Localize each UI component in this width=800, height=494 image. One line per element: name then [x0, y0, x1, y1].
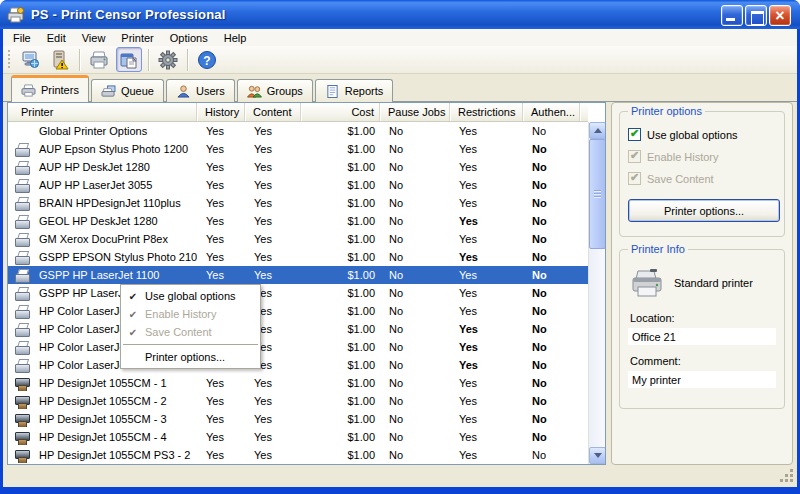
tab-users[interactable]: Users	[166, 79, 235, 102]
resize-grip[interactable]	[780, 469, 794, 483]
column-header-filler	[580, 103, 588, 121]
table-row[interactable]: GEOL HP DeskJet 1280 Yes Yes $1.00 No Ye…	[8, 212, 588, 230]
print-button[interactable]	[86, 47, 112, 72]
table-row[interactable]: HP Color LaserJet 5550 - 3 Yes Yes $1.00…	[8, 338, 588, 356]
menu-item-view[interactable]: View	[74, 30, 114, 46]
printer-name: GM Xerox DocuPrint P8ex	[39, 233, 168, 245]
checkmark-icon: ✔	[121, 309, 145, 320]
printer-type-label: Standard printer	[674, 277, 753, 289]
menu-item-help[interactable]: Help	[216, 30, 255, 46]
context-menu-item-printer-options[interactable]: Printer options...	[121, 348, 260, 366]
cell-history: Yes	[197, 179, 245, 191]
cell-history: Yes	[197, 215, 245, 227]
cell-pause: No	[380, 431, 450, 443]
table-row[interactable]: GSPP HP LaserJet 1100 - 2 Yes Yes $1.00 …	[8, 284, 588, 302]
scroll-down-button[interactable]	[589, 447, 606, 464]
cell-restrictions: Yes	[450, 215, 523, 227]
menu-item-printer[interactable]: Printer	[113, 30, 161, 46]
maximize-button[interactable]	[745, 5, 767, 26]
printer-icon	[14, 268, 30, 283]
column-header-restrictions[interactable]: Restrictions	[450, 103, 523, 121]
checkbox-label: Use global options	[647, 129, 738, 141]
cell-cost: $1.00	[301, 269, 380, 281]
print-preview-button[interactable]	[116, 47, 142, 72]
tab-reports[interactable]: Reports	[315, 79, 394, 102]
checkbox-checked-icon[interactable]	[628, 128, 641, 141]
checkbox-label: Enable History	[647, 151, 719, 163]
context-menu-item-use-global-options[interactable]: ✔Use global options	[121, 287, 260, 305]
table-row[interactable]: HP DesignJet 1055CM - 4 Yes Yes $1.00 No…	[8, 428, 588, 446]
cell-authen: No	[523, 269, 580, 281]
column-header-content[interactable]: Content	[245, 103, 301, 121]
cell-cost: $1.00	[301, 395, 380, 407]
cell-pause: No	[380, 413, 450, 425]
comment-field[interactable]	[628, 371, 776, 388]
cell-content: Yes	[245, 449, 301, 461]
cell-cost: $1.00	[301, 251, 380, 263]
cell-content: Yes	[245, 233, 301, 245]
server-warning-button[interactable]	[47, 47, 73, 72]
table-row[interactable]: HP DesignJet 1055CM PS3 - 2 Yes Yes $1.0…	[8, 446, 588, 464]
checkbox-list: Use global optionsEnable HistorySave Con…	[628, 128, 776, 185]
cell-pause: No	[380, 323, 450, 335]
checkbox-checked-icon	[628, 172, 641, 185]
table-row[interactable]: HP DesignJet 1055CM - 3 Yes Yes $1.00 No…	[8, 410, 588, 428]
cell-authen: No	[523, 125, 580, 137]
table-row[interactable]: HP Color LaserJet 5550 - 4 Yes Yes $1.00…	[8, 356, 588, 374]
checkbox-checked-icon	[628, 150, 641, 163]
menu-item-label: Save Content	[145, 326, 212, 338]
checkbox-row-use-global-options: Use global options	[628, 128, 776, 141]
printer-name: HP DesignJet 1055CM - 2	[39, 395, 167, 407]
printer-icon	[14, 340, 30, 355]
close-button[interactable]	[769, 5, 791, 26]
location-field[interactable]	[628, 328, 776, 345]
printer-icon	[14, 196, 30, 211]
cell-history: Yes	[197, 197, 245, 209]
cell-restrictions: Yes	[450, 197, 523, 209]
scrollbar-thumb[interactable]	[589, 139, 606, 249]
column-header-history[interactable]: History	[197, 103, 245, 121]
table-row[interactable]: HP DesignJet 1055CM - 2 Yes Yes $1.00 No…	[8, 392, 588, 410]
cell-cost: $1.00	[301, 449, 380, 461]
table-row[interactable]: AUP Epson Stylus Photo 1200 Yes Yes $1.0…	[8, 140, 588, 158]
settings-button[interactable]	[155, 47, 181, 72]
table-row[interactable]: AUP HP DeskJet 1280 Yes Yes $1.00 No Yes…	[8, 158, 588, 176]
printer-name: GSPP EPSON Stylus Photo 2100	[39, 251, 197, 263]
scroll-up-button[interactable]	[589, 122, 606, 139]
cell-authen: No	[523, 233, 580, 245]
column-header-pause-jobs[interactable]: Pause Jobs	[380, 103, 450, 121]
network-computers-button[interactable]	[17, 47, 43, 72]
table-row[interactable]: AUP HP LaserJet 3055 Yes Yes $1.00 No Ye…	[8, 176, 588, 194]
minimize-button[interactable]	[721, 5, 743, 26]
location-label: Location:	[630, 312, 776, 324]
checkbox-row-enable-history: Enable History	[628, 150, 776, 163]
toolbar-separator	[148, 49, 149, 71]
table-row[interactable]: BRAIN HPDesignJet 110plus Yes Yes $1.00 …	[8, 194, 588, 212]
menu-item-file[interactable]: File	[5, 30, 39, 46]
help-button[interactable]: ?	[194, 47, 220, 72]
column-header-authen-[interactable]: Authen...	[523, 103, 580, 121]
cell-cost: $1.00	[301, 179, 380, 191]
cell-authen: No	[523, 287, 580, 299]
printer-options-button[interactable]: Printer options...	[628, 199, 780, 222]
cell-restrictions: Yes	[450, 161, 523, 173]
cell-history: Yes	[197, 269, 245, 281]
table-row[interactable]: HP Color LaserJet 5550 - 2 Yes Yes $1.00…	[8, 320, 588, 338]
tab-queue[interactable]: Queue	[91, 79, 164, 102]
menu-item-options[interactable]: Options	[162, 30, 216, 46]
cell-pause: No	[380, 161, 450, 173]
tab-printers[interactable]: Printers	[11, 75, 89, 102]
tab-groups[interactable]: Groups	[237, 79, 313, 102]
toolbar-grip[interactable]	[7, 50, 11, 70]
table-row[interactable]: GM Xerox DocuPrint P8ex Yes Yes $1.00 No…	[8, 230, 588, 248]
table-row[interactable]: HP Color LaserJet 5550 - 1 Yes Yes $1.00…	[8, 302, 588, 320]
table-row[interactable]: GSPP EPSON Stylus Photo 2100 Yes Yes $1.…	[8, 248, 588, 266]
menu-item-edit[interactable]: Edit	[39, 30, 74, 46]
column-header-cost[interactable]: Cost	[301, 103, 380, 121]
table-row[interactable]: HP DesignJet 1055CM - 1 Yes Yes $1.00 No…	[8, 374, 588, 392]
table-row[interactable]: Global Printer Options Yes Yes $1.00 No …	[8, 122, 588, 140]
table-row[interactable]: GSPP HP LaserJet 1100 Yes Yes $1.00 No Y…	[8, 266, 588, 284]
menu-separator	[123, 344, 258, 345]
column-header-printer[interactable]: Printer	[8, 103, 197, 121]
vertical-scrollbar[interactable]	[588, 122, 605, 464]
